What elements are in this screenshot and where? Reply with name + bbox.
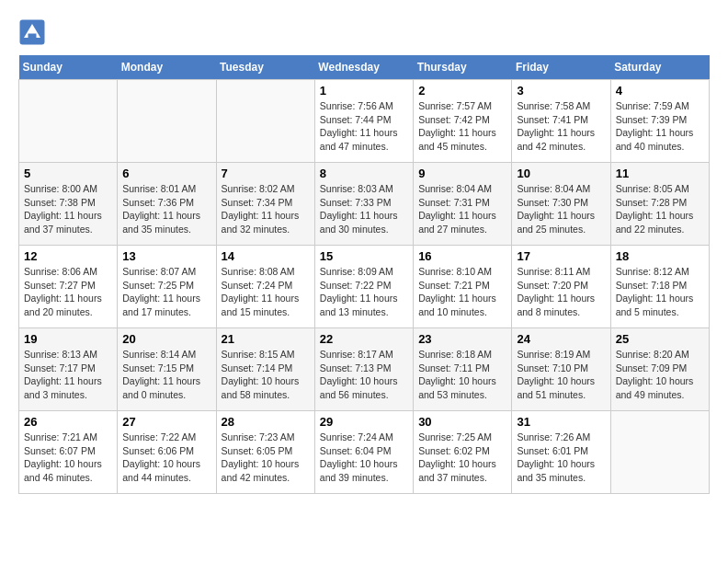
day-info: Sunrise: 7:58 AM Sunset: 7:41 PM Dayligh… <box>517 99 605 154</box>
svg-rect-2 <box>28 34 37 41</box>
calendar-cell <box>216 80 314 163</box>
day-number: 3 <box>517 84 605 98</box>
calendar-cell: 17Sunrise: 8:11 AM Sunset: 7:20 PM Dayli… <box>512 246 610 328</box>
calendar-cell: 26Sunrise: 7:21 AM Sunset: 6:07 PM Dayli… <box>19 411 118 494</box>
day-info: Sunrise: 8:20 AM Sunset: 7:09 PM Dayligh… <box>616 348 704 402</box>
day-number: 7 <box>222 167 310 180</box>
calendar-cell: 29Sunrise: 7:24 AM Sunset: 6:04 PM Dayli… <box>314 411 413 494</box>
day-number: 21 <box>222 332 310 346</box>
day-number: 27 <box>122 415 210 429</box>
calendar-cell: 23Sunrise: 8:18 AM Sunset: 7:11 PM Dayli… <box>414 328 512 411</box>
day-info: Sunrise: 8:12 AM Sunset: 7:18 PM Dayligh… <box>616 265 704 319</box>
day-info: Sunrise: 8:03 AM Sunset: 7:33 PM Dayligh… <box>320 182 408 236</box>
day-info: Sunrise: 7:26 AM Sunset: 6:01 PM Dayligh… <box>517 431 605 485</box>
calendar-cell: 7Sunrise: 8:02 AM Sunset: 7:34 PM Daylig… <box>216 163 314 246</box>
calendar-cell: 19Sunrise: 8:13 AM Sunset: 7:17 PM Dayli… <box>19 328 118 411</box>
calendar-cell: 4Sunrise: 7:59 AM Sunset: 7:39 PM Daylig… <box>610 80 709 163</box>
day-info: Sunrise: 8:10 AM Sunset: 7:21 PM Dayligh… <box>418 265 506 319</box>
calendar-cell: 13Sunrise: 8:07 AM Sunset: 7:25 PM Dayli… <box>118 246 216 328</box>
day-info: Sunrise: 7:23 AM Sunset: 6:05 PM Dayligh… <box>222 431 310 485</box>
calendar-cell: 22Sunrise: 8:17 AM Sunset: 7:13 PM Dayli… <box>314 328 413 411</box>
calendar-cell: 9Sunrise: 8:04 AM Sunset: 7:31 PM Daylig… <box>414 163 512 246</box>
calendar-cell: 5Sunrise: 8:00 AM Sunset: 7:38 PM Daylig… <box>19 163 118 246</box>
day-info: Sunrise: 8:00 AM Sunset: 7:38 PM Dayligh… <box>24 182 112 236</box>
day-info: Sunrise: 8:06 AM Sunset: 7:27 PM Dayligh… <box>24 265 112 319</box>
day-number: 12 <box>24 249 112 263</box>
weekday-header: Friday <box>512 55 610 80</box>
page-header <box>18 18 710 46</box>
day-info: Sunrise: 8:04 AM Sunset: 7:30 PM Dayligh… <box>517 182 605 236</box>
day-info: Sunrise: 8:09 AM Sunset: 7:22 PM Dayligh… <box>320 265 408 319</box>
calendar-cell: 6Sunrise: 8:01 AM Sunset: 7:36 PM Daylig… <box>118 163 216 246</box>
calendar-cell: 3Sunrise: 7:58 AM Sunset: 7:41 PM Daylig… <box>512 80 610 163</box>
calendar-table: SundayMondayTuesdayWednesdayThursdayFrid… <box>18 55 710 494</box>
calendar-cell: 24Sunrise: 8:19 AM Sunset: 7:10 PM Dayli… <box>512 328 610 411</box>
day-number: 31 <box>517 415 605 429</box>
day-number: 23 <box>418 332 506 346</box>
day-number: 14 <box>222 249 310 263</box>
day-info: Sunrise: 7:57 AM Sunset: 7:42 PM Dayligh… <box>418 99 506 154</box>
day-number: 1 <box>320 84 408 98</box>
weekday-header: Thursday <box>414 55 512 80</box>
calendar-cell: 21Sunrise: 8:15 AM Sunset: 7:14 PM Dayli… <box>216 328 314 411</box>
day-number: 4 <box>616 84 704 98</box>
weekday-header: Monday <box>118 55 216 80</box>
calendar-cell: 27Sunrise: 7:22 AM Sunset: 6:06 PM Dayli… <box>118 411 216 494</box>
calendar-cell: 12Sunrise: 8:06 AM Sunset: 7:27 PM Dayli… <box>19 246 118 328</box>
day-info: Sunrise: 8:02 AM Sunset: 7:34 PM Dayligh… <box>222 182 310 236</box>
logo-icon <box>18 18 46 46</box>
calendar-cell: 15Sunrise: 8:09 AM Sunset: 7:22 PM Dayli… <box>314 246 413 328</box>
day-number: 18 <box>616 249 704 263</box>
calendar-cell: 11Sunrise: 8:05 AM Sunset: 7:28 PM Dayli… <box>610 163 709 246</box>
calendar-cell: 16Sunrise: 8:10 AM Sunset: 7:21 PM Dayli… <box>414 246 512 328</box>
calendar-cell: 28Sunrise: 7:23 AM Sunset: 6:05 PM Dayli… <box>216 411 314 494</box>
weekday-header: Tuesday <box>216 55 314 80</box>
calendar-cell <box>610 411 709 494</box>
day-number: 15 <box>320 249 408 263</box>
day-info: Sunrise: 7:22 AM Sunset: 6:06 PM Dayligh… <box>122 431 210 485</box>
calendar-cell: 2Sunrise: 7:57 AM Sunset: 7:42 PM Daylig… <box>414 80 512 163</box>
calendar-cell <box>118 80 216 163</box>
calendar-week-row: 1Sunrise: 7:56 AM Sunset: 7:44 PM Daylig… <box>19 80 710 163</box>
calendar-week-row: 26Sunrise: 7:21 AM Sunset: 6:07 PM Dayli… <box>19 411 710 494</box>
day-info: Sunrise: 8:08 AM Sunset: 7:24 PM Dayligh… <box>222 265 310 319</box>
day-info: Sunrise: 8:14 AM Sunset: 7:15 PM Dayligh… <box>122 348 210 402</box>
calendar-cell: 14Sunrise: 8:08 AM Sunset: 7:24 PM Dayli… <box>216 246 314 328</box>
weekday-header-row: SundayMondayTuesdayWednesdayThursdayFrid… <box>19 55 710 80</box>
day-number: 8 <box>320 167 408 180</box>
day-info: Sunrise: 8:05 AM Sunset: 7:28 PM Dayligh… <box>616 182 704 236</box>
day-info: Sunrise: 7:56 AM Sunset: 7:44 PM Dayligh… <box>320 99 408 154</box>
calendar-week-row: 12Sunrise: 8:06 AM Sunset: 7:27 PM Dayli… <box>19 246 710 328</box>
day-info: Sunrise: 8:15 AM Sunset: 7:14 PM Dayligh… <box>222 348 310 402</box>
day-info: Sunrise: 8:11 AM Sunset: 7:20 PM Dayligh… <box>517 265 605 319</box>
calendar-cell: 20Sunrise: 8:14 AM Sunset: 7:15 PM Dayli… <box>118 328 216 411</box>
day-info: Sunrise: 7:21 AM Sunset: 6:07 PM Dayligh… <box>24 431 112 485</box>
calendar-cell: 18Sunrise: 8:12 AM Sunset: 7:18 PM Dayli… <box>610 246 709 328</box>
weekday-header: Wednesday <box>314 55 413 80</box>
day-number: 10 <box>517 167 605 180</box>
day-number: 25 <box>616 332 704 346</box>
day-info: Sunrise: 7:59 AM Sunset: 7:39 PM Dayligh… <box>616 99 704 154</box>
day-number: 30 <box>418 415 506 429</box>
calendar-cell: 30Sunrise: 7:25 AM Sunset: 6:02 PM Dayli… <box>414 411 512 494</box>
calendar-week-row: 5Sunrise: 8:00 AM Sunset: 7:38 PM Daylig… <box>19 163 710 246</box>
calendar-cell: 10Sunrise: 8:04 AM Sunset: 7:30 PM Dayli… <box>512 163 610 246</box>
calendar-cell: 8Sunrise: 8:03 AM Sunset: 7:33 PM Daylig… <box>314 163 413 246</box>
day-info: Sunrise: 7:24 AM Sunset: 6:04 PM Dayligh… <box>320 431 408 485</box>
day-number: 24 <box>517 332 605 346</box>
day-info: Sunrise: 8:18 AM Sunset: 7:11 PM Dayligh… <box>418 348 506 402</box>
day-number: 17 <box>517 249 605 263</box>
day-number: 22 <box>320 332 408 346</box>
day-number: 11 <box>616 167 704 180</box>
calendar-cell <box>19 80 118 163</box>
day-info: Sunrise: 8:01 AM Sunset: 7:36 PM Dayligh… <box>122 182 210 236</box>
day-info: Sunrise: 8:17 AM Sunset: 7:13 PM Dayligh… <box>320 348 408 402</box>
day-number: 19 <box>24 332 112 346</box>
weekday-header: Saturday <box>610 55 709 80</box>
logo <box>18 18 50 46</box>
day-number: 13 <box>122 249 210 263</box>
calendar-week-row: 19Sunrise: 8:13 AM Sunset: 7:17 PM Dayli… <box>19 328 710 411</box>
day-number: 5 <box>24 167 112 180</box>
day-number: 6 <box>122 167 210 180</box>
calendar-cell: 31Sunrise: 7:26 AM Sunset: 6:01 PM Dayli… <box>512 411 610 494</box>
